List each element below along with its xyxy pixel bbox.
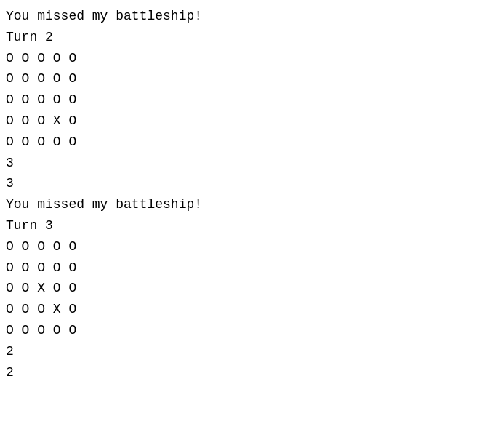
- game-output: You missed my battleship! Turn 2 O O O O…: [6, 6, 481, 383]
